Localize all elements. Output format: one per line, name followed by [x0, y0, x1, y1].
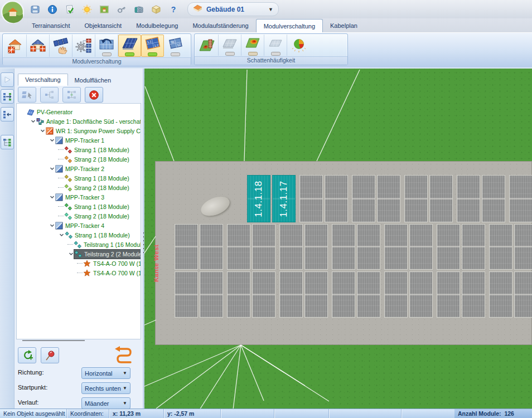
house-modules2-icon[interactable]: [27, 35, 50, 57]
shade-row-icon[interactable]: [219, 35, 241, 56]
pv-module[interactable]: [352, 175, 375, 222]
select-modules-icon[interactable]: [18, 87, 36, 103]
pv-module[interactable]: [384, 271, 408, 318]
map-icon[interactable]: [98, 3, 110, 16]
pv-module[interactable]: [409, 224, 433, 270]
pv-module[interactable]: [304, 271, 328, 318]
tree-item[interactable]: TS4-A-O 700 W (1 ...: [17, 268, 141, 278]
pv-module[interactable]: [279, 271, 303, 318]
pv-module[interactable]: [514, 224, 532, 270]
node-small-icon[interactable]: [40, 87, 59, 103]
layers-icon[interactable]: [150, 3, 162, 16]
tab-modulaufständerung[interactable]: Modulaufständerung: [185, 18, 255, 32]
tree-item[interactable]: WR 1: Sungrow Power Supply Co., ...: [17, 126, 141, 135]
chevron-expanded-icon[interactable]: [67, 251, 74, 256]
shade-terrain-icon[interactable]: [196, 35, 219, 56]
pv-module[interactable]: [437, 271, 460, 318]
tab-kabelplan[interactable]: Kabelplan: [323, 18, 365, 32]
node-group-icon[interactable]: [62, 87, 81, 103]
pv-module[interactable]: [325, 175, 348, 222]
pv-module[interactable]: [299, 175, 323, 222]
panel-tab-modulflächen[interactable]: Modulflächen: [68, 75, 118, 86]
module-percent-icon[interactable]: %12: [164, 35, 187, 57]
tree-item[interactable]: Strang 1 (18 Module): [17, 202, 141, 211]
tree-item[interactable]: Teilstrang 1 (16 Module): [17, 240, 141, 249]
pv-module[interactable]: [409, 271, 433, 318]
tree-item[interactable]: Strang 2 (18 Module): [17, 183, 141, 192]
chevron-expanded-icon[interactable]: [30, 119, 36, 124]
chevron-expanded-icon[interactable]: [49, 166, 55, 171]
camera-icon[interactable]: [133, 3, 144, 16]
pv-module[interactable]: [227, 271, 250, 318]
pv-module[interactable]: [509, 175, 532, 222]
pv-module[interactable]: [462, 224, 485, 270]
chevron-expanded-icon[interactable]: [49, 138, 55, 143]
pv-module[interactable]: [252, 271, 275, 318]
renumber-button[interactable]: [18, 347, 36, 363]
module-undo-icon[interactable]: [95, 35, 118, 57]
pv-module[interactable]: [457, 175, 480, 222]
tree-back-icon[interactable]: [1, 107, 14, 121]
pv-module-selected[interactable]: 1.4.1.18: [247, 175, 270, 222]
modules-gear-icon[interactable]: [72, 35, 95, 57]
tree-apply-icon[interactable]: [1, 89, 14, 104]
save-icon[interactable]: [29, 3, 41, 16]
info-icon[interactable]: [46, 3, 58, 16]
tree-item[interactable]: Strang 2 (18 Module): [17, 154, 141, 164]
pv-module[interactable]: [304, 224, 328, 270]
tree-item[interactable]: Teilstrang 2 (2 Module): [17, 249, 141, 259]
module-numbers-icon[interactable]: 1.11.2: [141, 35, 164, 57]
pv-module[interactable]: [429, 175, 453, 222]
report-icon[interactable]: [64, 3, 75, 16]
pv-module[interactable]: [332, 224, 355, 270]
pv-module[interactable]: [175, 271, 198, 318]
tree-structure-icon[interactable]: [1, 135, 14, 149]
tree-item[interactable]: PV-Generator: [17, 107, 141, 116]
pv-module[interactable]: [200, 224, 223, 270]
tab-terrainansicht[interactable]: Terrainansicht: [25, 18, 77, 32]
key-icon[interactable]: [115, 3, 127, 16]
tree-item[interactable]: Strang 1 (18 Module): [17, 145, 141, 154]
play-icon[interactable]: [1, 72, 14, 87]
panel-splitter-handle[interactable]: [22, 340, 85, 341]
sun-icon[interactable]: [81, 3, 93, 16]
delete-icon[interactable]: [85, 87, 103, 103]
tree-item[interactable]: MPP-Tracker 3: [17, 192, 141, 202]
tree-item[interactable]: MPP-Tracker 2: [17, 164, 141, 173]
pv-module[interactable]: [357, 224, 380, 270]
tree-item[interactable]: MPP-Tracker 1: [17, 135, 141, 145]
pv-module[interactable]: [462, 271, 485, 318]
tree-item[interactable]: TS4-A-O 700 W (1 ...: [17, 259, 141, 268]
shade-flat-icon[interactable]: [264, 35, 287, 56]
app-logo[interactable]: [1, 1, 24, 23]
chevron-expanded-icon[interactable]: [39, 128, 46, 133]
pin-button[interactable]: [41, 347, 59, 363]
pv-module[interactable]: [357, 271, 380, 318]
dropdown-verlauf[interactable]: Mäander▼: [81, 397, 130, 409]
house-modules-icon[interactable]: [4, 35, 27, 57]
pv-module[interactable]: [279, 224, 303, 270]
building-selector[interactable]: Gebäude 01 ▼: [187, 2, 279, 16]
pv-module-selected[interactable]: 1.4.1.17: [272, 175, 296, 222]
roof-modules-icon[interactable]: [118, 35, 141, 57]
tab-objektansicht[interactable]: Objektansicht: [77, 18, 129, 32]
tab-modulverschaltung[interactable]: Modulverschaltung: [256, 19, 323, 32]
pv-module[interactable]: [227, 224, 250, 270]
shade-pie-icon[interactable]: [287, 35, 310, 56]
tree-item[interactable]: MPP-Tracker 4: [17, 221, 141, 230]
shade-heatmap-icon[interactable]: [241, 35, 264, 56]
roof-plan-viewport[interactable]: 1.4.1.181.4.1.17 Kante West: [144, 69, 532, 410]
chevron-expanded-icon[interactable]: [49, 195, 55, 200]
chevron-expanded-icon[interactable]: [58, 232, 65, 237]
tree-item[interactable]: Anlage 1: Dachfläche Süd - verschatte...: [17, 116, 141, 126]
pv-module[interactable]: [200, 271, 223, 318]
pv-module[interactable]: [489, 271, 512, 318]
pv-module[interactable]: [404, 175, 428, 222]
pv-module[interactable]: [482, 175, 505, 222]
pv-module[interactable]: [384, 224, 408, 270]
pv-module[interactable]: [332, 271, 355, 318]
dropdown-startpunkt[interactable]: Rechts unten▼: [81, 382, 130, 394]
pv-module[interactable]: [489, 224, 512, 270]
pv-module[interactable]: [175, 224, 198, 270]
help-icon[interactable]: ?: [167, 3, 179, 16]
